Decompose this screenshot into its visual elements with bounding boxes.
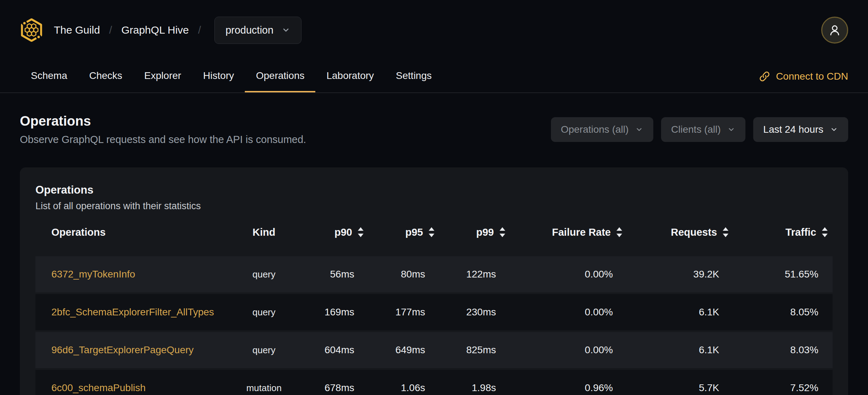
tab-explorer[interactable]: Explorer xyxy=(133,60,192,92)
column-header-label: Failure Rate xyxy=(552,227,611,238)
tab-checks[interactable]: Checks xyxy=(78,60,133,92)
sort-icon xyxy=(723,227,728,237)
hive-logo[interactable] xyxy=(20,18,43,42)
sort-icon xyxy=(429,227,434,237)
failure-rate-value: 0.96% xyxy=(510,382,627,394)
nav-tabs: Schema Checks Explorer History Operation… xyxy=(20,60,443,92)
column-header-label: p99 xyxy=(476,227,494,238)
column-header-requests[interactable]: Requests xyxy=(627,227,733,238)
requests-value: 6.1K xyxy=(627,307,733,318)
column-header-p95[interactable]: p95 xyxy=(368,227,439,238)
operation-link[interactable]: 6372_myTokenInfo xyxy=(51,269,135,280)
p95-value: 80ms xyxy=(368,269,439,280)
p99-value: 825ms xyxy=(439,344,510,356)
tab-history[interactable]: History xyxy=(192,60,245,92)
column-header-p99[interactable]: p99 xyxy=(439,227,510,238)
panel-title: Operations xyxy=(35,184,833,196)
operation-link[interactable]: 6c00_schemaPublish xyxy=(51,382,146,393)
chevron-down-icon xyxy=(727,125,735,134)
p95-value: 177ms xyxy=(368,307,439,318)
tab-schema[interactable]: Schema xyxy=(20,60,78,92)
chevron-down-icon xyxy=(281,25,291,35)
page-subtitle: Observe GraphQL requests and see how the… xyxy=(20,134,306,145)
sort-icon xyxy=(822,227,828,237)
column-header-kind: Kind xyxy=(234,227,294,238)
failure-rate-value: 0.00% xyxy=(510,269,627,280)
failure-rate-value: 0.00% xyxy=(510,307,627,318)
operations-table: Operations Kind p90 p95 p99 Failure Rate xyxy=(35,221,833,395)
column-header-label: p90 xyxy=(334,227,352,238)
breadcrumb-project[interactable]: GraphQL Hive xyxy=(121,24,189,36)
p95-value: 649ms xyxy=(368,344,439,356)
top-bar: The Guild / GraphQL Hive / production xyxy=(0,0,868,60)
period-label: Last 24 hours xyxy=(763,124,823,135)
traffic-value: 51.65% xyxy=(733,269,833,280)
requests-value: 6.1K xyxy=(627,344,733,356)
tab-settings[interactable]: Settings xyxy=(385,60,443,92)
traffic-value: 7.52% xyxy=(733,382,833,394)
p90-value: 678ms xyxy=(294,382,368,394)
p95-value: 1.06s xyxy=(368,382,439,394)
operation-kind: query xyxy=(234,269,294,280)
clients-filter-label: Clients (all) xyxy=(671,124,721,135)
p90-value: 604ms xyxy=(294,344,368,356)
traffic-value: 8.03% xyxy=(733,344,833,356)
table-row: 2bfc_SchemaExplorerFilter_AllTypes query… xyxy=(35,294,833,330)
column-header-traffic[interactable]: Traffic xyxy=(733,227,833,238)
panel-subtitle: List of all operations with their statis… xyxy=(35,201,833,212)
hive-logo-icon xyxy=(20,18,43,42)
operation-link[interactable]: 2bfc_SchemaExplorerFilter_AllTypes xyxy=(51,307,214,317)
column-header-failure-rate[interactable]: Failure Rate xyxy=(510,227,627,238)
page-title: Operations xyxy=(20,114,306,129)
column-header-label: p95 xyxy=(405,227,423,238)
main-nav: Schema Checks Explorer History Operation… xyxy=(0,60,868,93)
connect-cdn-link[interactable]: Connect to CDN xyxy=(759,60,848,92)
user-icon xyxy=(828,23,841,37)
operations-filter-label: Operations (all) xyxy=(561,124,629,135)
sort-icon xyxy=(616,227,622,237)
breadcrumb-separator: / xyxy=(109,24,112,36)
clients-filter-dropdown[interactable]: Clients (all) xyxy=(661,117,745,142)
failure-rate-value: 0.00% xyxy=(510,344,627,356)
target-selector[interactable]: production xyxy=(214,17,301,44)
column-header-label: Requests xyxy=(671,227,717,238)
sort-icon xyxy=(500,227,505,237)
p90-value: 56ms xyxy=(294,269,368,280)
sort-icon xyxy=(358,227,363,237)
main-content: Operations Observe GraphQL requests and … xyxy=(0,114,868,395)
tab-laboratory[interactable]: Laboratory xyxy=(315,60,385,92)
column-header-operations: Operations xyxy=(35,227,234,238)
operations-filter-dropdown[interactable]: Operations (all) xyxy=(551,117,653,142)
breadcrumb: The Guild / GraphQL Hive / production xyxy=(54,17,301,44)
p99-value: 122ms xyxy=(439,269,510,280)
p99-value: 1.98s xyxy=(439,382,510,394)
table-row: 96d6_TargetExplorerPageQuery query 604ms… xyxy=(35,332,833,368)
filter-bar: Operations (all) Clients (all) Last 24 h… xyxy=(551,117,848,142)
page-header: Operations Observe GraphQL requests and … xyxy=(20,114,848,145)
link-icon xyxy=(759,71,770,82)
traffic-value: 8.05% xyxy=(733,307,833,318)
column-header-p90[interactable]: p90 xyxy=(294,227,368,238)
table-header-row: Operations Kind p90 p95 p99 Failure Rate xyxy=(35,221,833,244)
user-avatar[interactable] xyxy=(821,17,848,44)
table-row: 6372_myTokenInfo query 56ms 80ms 122ms 0… xyxy=(35,256,833,292)
breadcrumb-org[interactable]: The Guild xyxy=(54,24,100,36)
breadcrumb-separator: / xyxy=(198,24,201,36)
column-header-label: Traffic xyxy=(785,227,816,238)
chevron-down-icon xyxy=(830,125,838,134)
requests-value: 39.2K xyxy=(627,269,733,280)
p90-value: 169ms xyxy=(294,307,368,318)
tab-operations[interactable]: Operations xyxy=(245,60,315,92)
operation-kind: query xyxy=(234,307,294,318)
period-dropdown[interactable]: Last 24 hours xyxy=(753,117,848,142)
chevron-down-icon xyxy=(635,125,643,134)
requests-value: 5.7K xyxy=(627,382,733,394)
table-row: 6c00_schemaPublish mutation 678ms 1.06s … xyxy=(35,370,833,395)
target-selector-value: production xyxy=(225,24,273,36)
operation-kind: query xyxy=(234,345,294,356)
operation-link[interactable]: 96d6_TargetExplorerPageQuery xyxy=(51,344,194,355)
operation-kind: mutation xyxy=(234,383,294,394)
p99-value: 230ms xyxy=(439,307,510,318)
operations-panel: Operations List of all operations with t… xyxy=(20,167,848,395)
connect-cdn-label: Connect to CDN xyxy=(776,71,848,82)
